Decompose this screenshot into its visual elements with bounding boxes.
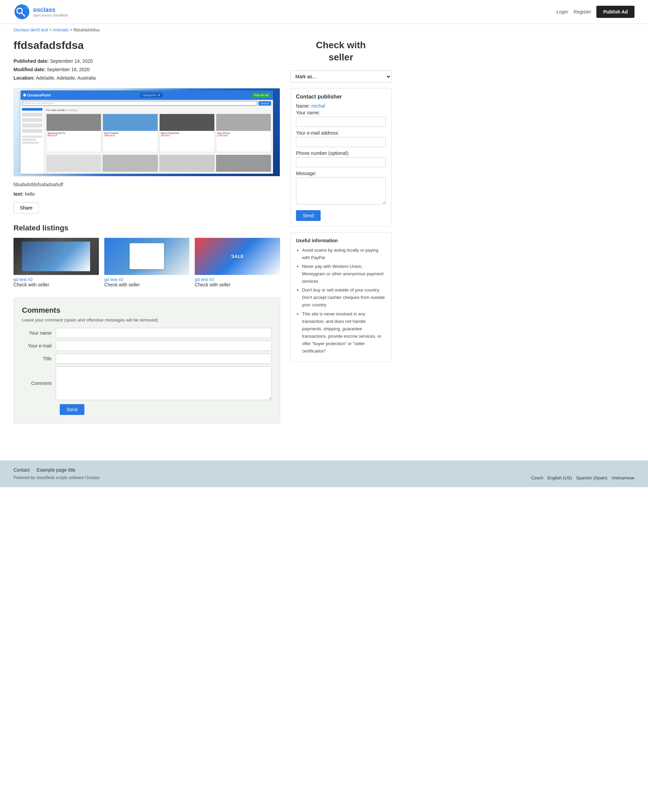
contact-send-button[interactable]: Send bbox=[296, 210, 321, 221]
comment-your-name-label: Your name bbox=[22, 330, 56, 336]
mockup-card-img-2 bbox=[103, 114, 157, 131]
related-grid: gd test #2 Check with seller gd test #2 … bbox=[14, 238, 280, 287]
modified-date-row: Modified date: September 16, 2020 bbox=[14, 66, 280, 74]
login-link[interactable]: Login bbox=[556, 9, 568, 15]
osclass-logo-icon bbox=[14, 3, 31, 20]
footer-links: Contact Example page title bbox=[14, 467, 634, 473]
related-listings-title: Related listings bbox=[14, 224, 280, 232]
footer-link-0[interactable]: Contact bbox=[14, 467, 30, 473]
useful-info-box: Useful information Avoid scams by acting… bbox=[290, 232, 391, 362]
mockup-card-text-1: Samsung S8 Pro999.00 $ bbox=[47, 131, 101, 137]
comment-title-input[interactable] bbox=[56, 354, 272, 364]
related-name-2: Check with seller bbox=[104, 282, 190, 287]
main-content: ffdsafadsfdsa Published date: September … bbox=[0, 36, 405, 447]
comment-your-email-label: Your e-mail bbox=[22, 343, 56, 348]
ad-image: OsclassPoint Categories ▼ Post an ad Wha… bbox=[14, 89, 280, 176]
share-button[interactable]: Share bbox=[14, 202, 39, 214]
ad-test-row: test: hello bbox=[14, 191, 280, 197]
footer-link-1[interactable]: Example page title bbox=[37, 467, 75, 473]
breadcrumb-home[interactable]: Osclass dev5 test bbox=[14, 27, 48, 32]
ad-image-container: OsclassPoint Categories ▼ Post an ad Wha… bbox=[14, 88, 280, 176]
useful-info-item-2: Don't buy or sell outside of your countr… bbox=[302, 286, 386, 309]
related-name-1: Check with seller bbox=[14, 282, 99, 287]
mockup-card-img-3 bbox=[160, 114, 214, 131]
mockup-card-img-1 bbox=[47, 114, 101, 131]
contact-name-row: Name: michal bbox=[296, 103, 386, 108]
related-listings: Related listings gd test #2 Check with s… bbox=[14, 224, 280, 287]
footer-powered-text: Powered by classifieds scripts software … bbox=[14, 475, 99, 480]
breadcrumb-category[interactable]: Animals bbox=[53, 27, 69, 32]
footer-lang-3[interactable]: Vietnamese bbox=[611, 475, 634, 481]
footer-lang-0[interactable]: Czech bbox=[531, 475, 543, 481]
footer-languages: Czech English (US) Spanish (Spain) Vietn… bbox=[531, 475, 634, 481]
useful-info-list: Avoid scams by acting locally or paying … bbox=[296, 247, 386, 355]
mockup-sidebar bbox=[21, 107, 44, 174]
contact-phone-field: Phone number (optional): bbox=[296, 150, 386, 167]
contact-email-input[interactable] bbox=[296, 137, 386, 147]
comment-form: Your name Your e-mail Title Comment Send bbox=[22, 328, 272, 415]
published-date-row: Published date: September 14, 2020 bbox=[14, 57, 280, 66]
useful-info-item-0: Avoid scams by acting locally or paying … bbox=[302, 247, 386, 261]
related-item-3[interactable]: SALE gd test #2 Check with seller bbox=[195, 238, 280, 287]
footer-bottom: Powered by classifieds scripts software … bbox=[14, 475, 634, 481]
mockup-logo: OsclassPoint bbox=[28, 93, 51, 97]
mockup-card-2: Acer Predator1600.00 $ bbox=[102, 114, 158, 152]
header-nav: Login Register Publish Ad bbox=[556, 6, 634, 18]
related-img-2 bbox=[104, 238, 190, 275]
comments-subtitle: Leave your comment (spam and offensive m… bbox=[22, 317, 272, 322]
useful-info-item-1: Never pay with Western Union, Moneygram … bbox=[302, 263, 386, 285]
related-item-2[interactable]: gd test #2 Check with seller bbox=[104, 238, 190, 287]
contact-your-name-input[interactable] bbox=[296, 117, 386, 127]
register-link[interactable]: Register bbox=[573, 9, 591, 15]
mark-as-select[interactable]: Mark as... Sold Unavailable bbox=[290, 70, 391, 82]
useful-info-title: Useful information bbox=[296, 238, 386, 243]
contact-message-label: Message: bbox=[296, 171, 386, 176]
breadcrumb-sep1: > bbox=[49, 27, 53, 32]
contact-message-input[interactable] bbox=[296, 177, 386, 205]
related-item-1[interactable]: gd test #2 Check with seller bbox=[14, 238, 99, 287]
header: osclass open source classifieds Login Re… bbox=[0, 0, 648, 24]
comment-send-button[interactable]: Send bbox=[60, 404, 84, 415]
footer-lang-1[interactable]: English (US) bbox=[547, 475, 572, 481]
footer-lang-2[interactable]: Spanish (Spain) bbox=[576, 475, 607, 481]
related-img-1 bbox=[14, 238, 99, 275]
mockup-card-1: Samsung S8 Pro999.00 $ bbox=[46, 114, 102, 152]
ad-description: fdsafadsfdsfsafadsafsdf bbox=[14, 182, 280, 187]
comment-comment-input[interactable] bbox=[56, 366, 272, 400]
right-column: Check withseller Mark as... Sold Unavail… bbox=[290, 39, 391, 433]
contact-phone-label: Phone number (optional): bbox=[296, 150, 386, 156]
useful-info-item-3: This site is never involved in any trans… bbox=[302, 310, 386, 355]
mark-as-wrap: Mark as... Sold Unavailable bbox=[290, 70, 391, 82]
related-category-3: gd test #2 bbox=[195, 277, 280, 282]
mockup-main: For sale results 31 listings Samsung S8 … bbox=[44, 107, 274, 174]
check-with-seller-title: Check withseller bbox=[290, 39, 391, 64]
contact-phone-input[interactable] bbox=[296, 157, 386, 167]
contact-email-field: Your e-mail address: bbox=[296, 130, 386, 147]
comment-title-row: Title bbox=[22, 354, 272, 364]
published-date-val: September 14, 2020 bbox=[50, 58, 93, 64]
mockup-card-4: New iPhone1199.00 $ bbox=[216, 114, 271, 152]
mockup-card-text-2: Acer Predator1600.00 $ bbox=[103, 131, 157, 137]
related-img-3: SALE bbox=[195, 238, 280, 275]
mockup-card-img-4 bbox=[216, 114, 271, 131]
comments-title: Comments bbox=[22, 306, 272, 315]
breadcrumb-sep2: > bbox=[70, 27, 73, 32]
comment-your-name-row: Your name bbox=[22, 328, 272, 338]
comment-your-name-input[interactable] bbox=[56, 328, 272, 338]
mockup-body: For sale results 31 listings Samsung S8 … bbox=[21, 107, 274, 174]
contact-your-name-field: Your name: bbox=[296, 110, 386, 127]
mockup-cards: Samsung S8 Pro999.00 $ Acer Predator1600… bbox=[46, 114, 271, 152]
location-val: Adelaide, Adelaide, Australia bbox=[36, 75, 96, 81]
modified-date-label: Modified date: bbox=[14, 67, 46, 72]
comment-your-email-input[interactable] bbox=[56, 341, 272, 351]
contact-publisher-title: Contact publisher bbox=[296, 94, 386, 100]
publish-ad-button[interactable]: Publish Ad bbox=[596, 6, 634, 18]
comment-comment-label: Comment bbox=[22, 380, 56, 386]
contact-name-value: michal bbox=[311, 103, 325, 108]
published-date-label: Published date: bbox=[14, 58, 49, 64]
mockup-card-text-4: New iPhone1199.00 $ bbox=[216, 131, 271, 137]
contact-your-name-label: Your name: bbox=[296, 110, 386, 115]
contact-message-field: Message: bbox=[296, 171, 386, 205]
mockup-card-3: Nikon PowerShot199.00 $ bbox=[159, 114, 215, 152]
left-column: ffdsafadsfdsa Published date: September … bbox=[14, 39, 280, 433]
